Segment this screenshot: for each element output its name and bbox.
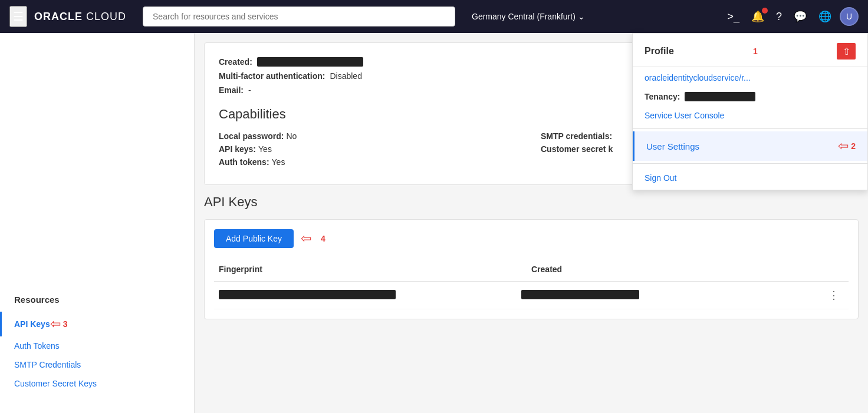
sidebar-item-auth-tokens[interactable]: Auth Tokens	[0, 336, 194, 355]
local-password-label: Local password:	[219, 131, 284, 141]
created-cell	[517, 288, 819, 303]
region-selector[interactable]: Germany Central (Frankfurt) ⌄	[472, 12, 585, 21]
actions-header	[839, 262, 849, 276]
profile-header: Profile 1 ⇧	[633, 34, 867, 67]
local-password-row: Local password: No	[219, 131, 522, 141]
created-value	[257, 57, 363, 67]
oracle-logo-oracle: ORACLE	[34, 11, 83, 23]
arrow-up-icon: ⇧	[837, 43, 856, 60]
chat-icon: 💬	[794, 11, 807, 22]
terminal-icon: >_	[727, 11, 739, 22]
table-header: Fingerprint Created	[214, 257, 849, 282]
oracle-logo: ORACLE Cloud	[34, 11, 126, 23]
sidebar-customer-secret-keys-label: Customer Secret Keys	[14, 379, 97, 388]
cloud-shell-button[interactable]: >_	[724, 8, 743, 25]
auth-tokens-cap-value: Yes	[272, 157, 285, 167]
sidebar: Resources API Keys ⇦ 3 Auth Tokens SMTP …	[0, 33, 195, 413]
api-keys-row: API keys: Yes	[219, 144, 522, 154]
actions-cell: ⋮	[819, 286, 849, 304]
api-keys-section-title: API Keys	[204, 194, 859, 210]
notifications-button[interactable]: 🔔	[748, 8, 768, 25]
user-settings-label: User Settings	[646, 141, 838, 151]
customer-secret-label: Customer secret k	[541, 144, 613, 154]
language-button[interactable]: 🌐	[815, 8, 835, 25]
smtp-label: SMTP credentials:	[541, 131, 612, 141]
sidebar-item-api-keys[interactable]: API Keys ⇦ 3	[0, 312, 194, 336]
profile-title: Profile	[645, 46, 674, 57]
avatar-initial: U	[846, 12, 852, 21]
sidebar-item-customer-secret-keys[interactable]: Customer Secret Keys	[0, 374, 194, 393]
api-keys-label: API keys:	[219, 144, 256, 154]
fingerprint-header: Fingerprint	[214, 262, 527, 276]
profile-divider-2	[633, 163, 867, 164]
globe-icon: 🌐	[818, 11, 831, 22]
fingerprint-cell	[214, 288, 517, 303]
tenancy-row: Tenancy:	[633, 88, 867, 105]
notification-badge	[762, 8, 768, 14]
oracle-logo-cloud: Cloud	[86, 11, 126, 23]
row-actions-button[interactable]: ⋮	[824, 287, 844, 303]
search-input[interactable]	[143, 6, 455, 27]
region-label: Germany Central (Frankfurt)	[472, 12, 576, 21]
mfa-value: Disabled	[330, 71, 361, 81]
api-keys-step-number: 3	[63, 319, 68, 329]
auth-tokens-row: Auth tokens: Yes	[219, 157, 522, 167]
tenancy-label: Tenancy:	[645, 92, 680, 101]
arrow-left-icon: ⇦	[838, 138, 849, 154]
chevron-down-icon: ⌄	[578, 12, 585, 21]
local-password-value: No	[286, 131, 297, 141]
email-value: -	[248, 85, 251, 95]
sidebar-api-keys-label: API Keys	[14, 319, 50, 329]
fingerprint-value	[219, 290, 396, 299]
created-header: Created	[527, 262, 839, 276]
created-label: Created:	[219, 57, 252, 67]
feedback-button[interactable]: 💬	[790, 8, 810, 25]
api-keys-value: Yes	[258, 144, 272, 154]
mfa-label: Multi-factor authentication:	[219, 71, 325, 81]
user-settings-item[interactable]: User Settings ⇦ 2	[633, 131, 867, 161]
sidebar-item-smtp-credentials[interactable]: SMTP Credentials	[0, 355, 194, 374]
sidebar-auth-tokens-label: Auth Tokens	[14, 341, 60, 351]
identity-link[interactable]: oracleidentitycloudservice/r...	[633, 67, 867, 88]
nav-icon-group: >_ 🔔 ? 💬 🌐 U	[724, 7, 859, 26]
sign-out-link[interactable]: Sign Out	[633, 166, 867, 190]
top-navigation: ☰ ORACLE Cloud Germany Central (Frankfur…	[0, 0, 868, 33]
user-settings-step-number: 2	[851, 141, 856, 151]
arrow-left-add-key-icon: ⇦	[301, 231, 311, 246]
profile-step-number: 1	[753, 47, 758, 56]
service-user-console-link[interactable]: Service User Console	[633, 105, 867, 126]
email-label: Email:	[219, 85, 244, 95]
add-key-step-number: 4	[321, 234, 326, 243]
help-button[interactable]: ?	[772, 8, 785, 25]
arrow-left-api-keys-icon: ⇦	[50, 316, 61, 332]
add-public-key-button[interactable]: Add Public Key	[214, 229, 294, 248]
help-icon: ?	[776, 11, 782, 22]
api-keys-card: Add Public Key ⇦ 4 Fingerprint Created	[204, 219, 859, 319]
api-keys-section: API Keys Add Public Key ⇦ 4 Fingerprint …	[204, 194, 859, 319]
add-key-button-row: Add Public Key ⇦ 4	[214, 229, 849, 248]
tenancy-value	[685, 92, 755, 101]
search-container	[143, 6, 455, 27]
user-avatar[interactable]: U	[840, 7, 859, 26]
hamburger-menu-button[interactable]: ☰	[9, 6, 27, 27]
table-row: ⋮	[214, 282, 849, 309]
profile-divider	[633, 128, 867, 129]
auth-tokens-cap-label: Auth tokens:	[219, 157, 269, 167]
created-date-value	[521, 290, 639, 299]
sidebar-smtp-credentials-label: SMTP Credentials	[14, 360, 81, 369]
profile-dropdown: Profile 1 ⇧ oracleidentitycloudservice/r…	[632, 33, 868, 190]
capabilities-left: Local password: No API keys: Yes Auth to…	[219, 131, 522, 170]
resources-title: Resources	[0, 280, 194, 312]
